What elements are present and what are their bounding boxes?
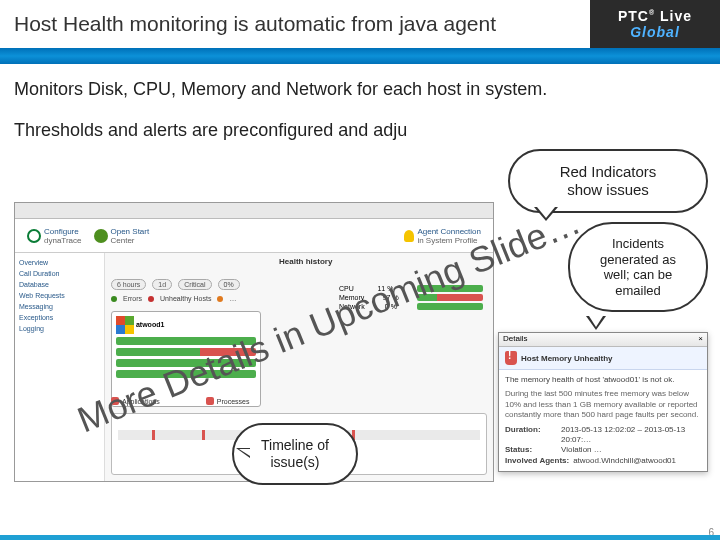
- callout-line: issue(s): [252, 454, 338, 471]
- status-bullets: Errors Unhealthy Hosts …: [111, 295, 236, 302]
- incident-marker: [152, 430, 155, 440]
- start-icon: [94, 229, 108, 243]
- details-popup: Details × Host Memory Unhealthy The memo…: [498, 332, 708, 472]
- duration-val: 2013-05-13 12:02:02 – 2013-05-13 20:07:…: [561, 425, 701, 446]
- nav-item[interactable]: Web Requests: [19, 290, 100, 301]
- footer-accent: [0, 535, 720, 540]
- bullet-label: …: [229, 295, 236, 302]
- callout-line: Incidents: [588, 236, 688, 252]
- windows-icon: [116, 316, 134, 334]
- slide-title: Host Health monitoring is automatic from…: [0, 0, 590, 48]
- brand-block: PTC® Live Global: [590, 0, 720, 48]
- health-title: Health history: [279, 257, 332, 266]
- procs-label: Processes: [217, 398, 250, 405]
- callout-red-indicators: Red Indicators show issues: [508, 149, 708, 213]
- duration-key: Duration:: [505, 425, 557, 446]
- popup-header-text: Host Memory Unhealthy: [521, 354, 613, 363]
- callout-tail: [586, 316, 606, 330]
- agent-label: Agent Connection: [417, 227, 481, 236]
- callout-incidents: Incidents generated as well; can be emai…: [568, 222, 708, 312]
- status-key: Status:: [505, 445, 557, 455]
- callout-line: well; can be: [588, 267, 688, 283]
- start-center-button[interactable]: Open StartCenter: [94, 227, 150, 245]
- accent-band: [0, 48, 720, 64]
- configure-sublabel: dynaTrace: [44, 236, 82, 245]
- dot-green-icon: [111, 296, 117, 302]
- incident-marker: [202, 430, 205, 440]
- nav-item[interactable]: Call Duration: [19, 268, 100, 279]
- procs-indicator[interactable]: Processes: [206, 397, 250, 405]
- nav-item[interactable]: Logging: [19, 323, 100, 334]
- toolbar: ConfiguredynaTrace Open StartCenter Agen…: [15, 219, 493, 253]
- gear-icon: [27, 229, 41, 243]
- center-label: Center: [111, 236, 150, 245]
- callout-line: Red Indicators: [528, 163, 688, 181]
- bulb-icon: [404, 230, 414, 242]
- alert-icon: [206, 397, 214, 405]
- nav-item[interactable]: Exceptions: [19, 312, 100, 323]
- shield-icon: [505, 351, 517, 365]
- popup-msg-2: During the last 500 minutes free memory …: [505, 389, 701, 420]
- close-icon[interactable]: ×: [698, 334, 703, 345]
- dot-red-icon: [148, 296, 154, 302]
- popup-body: The memory health of host 'atwood01' is …: [499, 370, 707, 471]
- host-name: atwood1: [136, 321, 164, 328]
- sidebar: Overview Call Duration Database Web Requ…: [15, 253, 105, 481]
- agent-key: Involved Agents:: [505, 456, 569, 466]
- nav-item[interactable]: Overview: [19, 257, 100, 268]
- status-val: Violation …: [561, 445, 602, 455]
- filter-pill[interactable]: 6 hours: [111, 279, 146, 290]
- filter-pill[interactable]: 1d: [152, 279, 172, 290]
- popup-header: Host Memory Unhealthy: [499, 347, 707, 370]
- popup-title: Details: [503, 334, 527, 345]
- callout-timeline: Timeline of issue(s): [232, 423, 358, 485]
- filter-pill[interactable]: 0%: [218, 279, 240, 290]
- window-titlebar: [15, 203, 493, 219]
- brand-mid: Live: [660, 8, 692, 24]
- popup-msg-1: The memory health of host 'atwood01' is …: [505, 375, 701, 385]
- nav-item[interactable]: Database: [19, 279, 100, 290]
- configure-button[interactable]: ConfiguredynaTrace: [27, 227, 82, 245]
- filter-tabs: 6 hours 1d Critical 0%: [111, 279, 240, 290]
- callout-line: Timeline of: [252, 437, 338, 454]
- configure-label: Configure: [44, 227, 82, 236]
- brand-bottom: Global: [630, 24, 680, 40]
- callout-line: generated as: [588, 252, 688, 268]
- bullet-label: Errors: [123, 295, 142, 302]
- nav-item[interactable]: Messaging: [19, 301, 100, 312]
- agent-val: atwood.Windchill@atwood01: [573, 456, 676, 466]
- callout-line: show issues: [528, 181, 688, 199]
- body-line-2: Thresholds and alerts are preconfigured …: [14, 117, 706, 144]
- filter-pill[interactable]: Critical: [178, 279, 211, 290]
- callout-line: emailed: [588, 283, 688, 299]
- body-line-1: Monitors Disk, CPU, Memory and Network f…: [14, 76, 706, 103]
- callout-tail: [236, 448, 250, 458]
- bullet-label: Unhealthy Hosts: [160, 295, 211, 302]
- brand-top: PTC: [618, 8, 649, 24]
- openstart-label: Open Start: [111, 227, 150, 236]
- dot-orange-icon: [217, 296, 223, 302]
